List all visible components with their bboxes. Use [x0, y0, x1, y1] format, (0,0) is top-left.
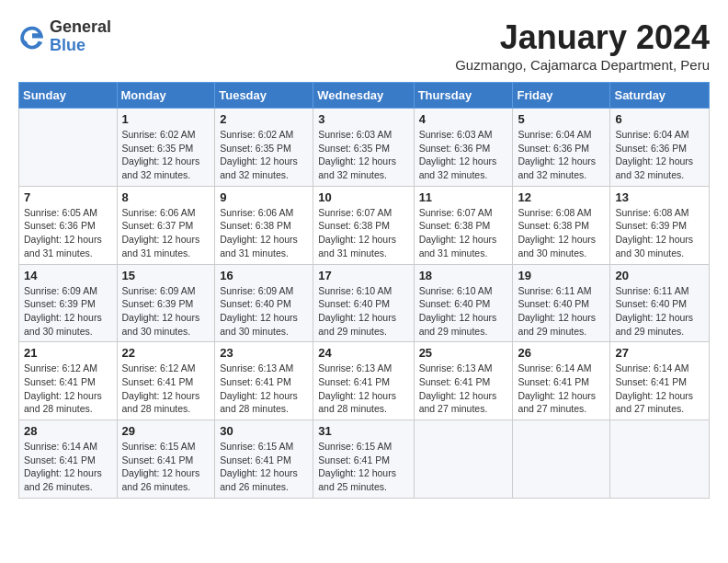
day-number: 1: [122, 112, 210, 126]
day-number: 24: [318, 346, 408, 360]
table-row: 9Sunrise: 6:06 AM Sunset: 6:38 PM Daylig…: [215, 186, 313, 264]
day-info: Sunrise: 6:14 AM Sunset: 6:41 PM Dayligh…: [615, 362, 704, 416]
day-number: 28: [24, 424, 112, 438]
day-number: 3: [318, 112, 408, 126]
day-number: 8: [122, 190, 210, 204]
day-number: 25: [419, 346, 508, 360]
weekday-header-row: Sunday Monday Tuesday Wednesday Thursday…: [19, 83, 710, 109]
day-number: 9: [220, 190, 308, 204]
table-row: 30Sunrise: 6:15 AM Sunset: 6:41 PM Dayli…: [215, 420, 313, 499]
table-row: 4Sunrise: 6:03 AM Sunset: 6:36 PM Daylig…: [414, 109, 513, 187]
calendar-week-row: 14Sunrise: 6:09 AM Sunset: 6:39 PM Dayli…: [19, 264, 710, 342]
day-info: Sunrise: 6:11 AM Sunset: 6:40 PM Dayligh…: [518, 284, 605, 339]
page-header: General Blue January 2024 Guzmango, Caja…: [18, 18, 710, 73]
table-row: 15Sunrise: 6:09 AM Sunset: 6:39 PM Dayli…: [117, 264, 215, 342]
calendar-week-row: 7Sunrise: 6:05 AM Sunset: 6:36 PM Daylig…: [19, 186, 710, 264]
calendar-week-row: 21Sunrise: 6:12 AM Sunset: 6:41 PM Dayli…: [19, 342, 710, 420]
table-row: 14Sunrise: 6:09 AM Sunset: 6:39 PM Dayli…: [19, 264, 118, 342]
table-row: 8Sunrise: 6:06 AM Sunset: 6:37 PM Daylig…: [117, 186, 215, 264]
day-info: Sunrise: 6:13 AM Sunset: 6:41 PM Dayligh…: [419, 362, 508, 416]
calendar-table: Sunday Monday Tuesday Wednesday Thursday…: [18, 82, 710, 499]
day-number: 20: [615, 269, 704, 282]
table-row: [513, 420, 610, 499]
table-row: 1Sunrise: 6:02 AM Sunset: 6:35 PM Daylig…: [117, 109, 215, 187]
day-info: Sunrise: 6:02 AM Sunset: 6:35 PM Dayligh…: [122, 128, 210, 182]
table-row: 5Sunrise: 6:04 AM Sunset: 6:36 PM Daylig…: [513, 109, 610, 187]
day-info: Sunrise: 6:04 AM Sunset: 6:36 PM Dayligh…: [518, 128, 605, 182]
day-info: Sunrise: 6:15 AM Sunset: 6:41 PM Dayligh…: [318, 440, 408, 494]
table-row: 28Sunrise: 6:14 AM Sunset: 6:41 PM Dayli…: [19, 420, 118, 499]
table-row: 7Sunrise: 6:05 AM Sunset: 6:36 PM Daylig…: [19, 186, 118, 264]
day-number: 6: [615, 112, 704, 126]
day-number: 15: [122, 269, 210, 282]
header-friday: Friday: [513, 83, 610, 109]
day-info: Sunrise: 6:06 AM Sunset: 6:37 PM Dayligh…: [122, 206, 210, 260]
day-info: Sunrise: 6:14 AM Sunset: 6:41 PM Dayligh…: [24, 440, 112, 494]
day-info: Sunrise: 6:12 AM Sunset: 6:41 PM Dayligh…: [24, 362, 112, 416]
day-number: 2: [220, 112, 308, 126]
header-thursday: Thursday: [414, 83, 513, 109]
day-number: 5: [518, 112, 605, 126]
table-row: 25Sunrise: 6:13 AM Sunset: 6:41 PM Dayli…: [414, 342, 513, 420]
day-info: Sunrise: 6:08 AM Sunset: 6:39 PM Dayligh…: [615, 206, 704, 260]
table-row: 17Sunrise: 6:10 AM Sunset: 6:40 PM Dayli…: [313, 264, 414, 342]
table-row: 12Sunrise: 6:08 AM Sunset: 6:38 PM Dayli…: [513, 186, 610, 264]
logo-general-text: General: [50, 18, 111, 37]
day-info: Sunrise: 6:02 AM Sunset: 6:35 PM Dayligh…: [220, 128, 308, 182]
day-info: Sunrise: 6:13 AM Sunset: 6:41 PM Dayligh…: [220, 362, 308, 416]
header-sunday: Sunday: [19, 83, 118, 109]
table-row: 27Sunrise: 6:14 AM Sunset: 6:41 PM Dayli…: [610, 342, 710, 420]
day-info: Sunrise: 6:03 AM Sunset: 6:36 PM Dayligh…: [419, 128, 508, 182]
day-number: 22: [122, 346, 210, 360]
day-number: 19: [518, 269, 605, 282]
month-title: January 2024: [455, 18, 710, 57]
day-number: 4: [419, 112, 508, 126]
table-row: 16Sunrise: 6:09 AM Sunset: 6:40 PM Dayli…: [215, 264, 313, 342]
day-info: Sunrise: 6:15 AM Sunset: 6:41 PM Dayligh…: [122, 440, 210, 494]
location-text: Guzmango, Cajamarca Department, Peru: [455, 57, 710, 73]
table-row: 3Sunrise: 6:03 AM Sunset: 6:35 PM Daylig…: [313, 109, 414, 187]
day-info: Sunrise: 6:13 AM Sunset: 6:41 PM Dayligh…: [318, 362, 408, 416]
day-info: Sunrise: 6:10 AM Sunset: 6:40 PM Dayligh…: [318, 284, 408, 339]
header-monday: Monday: [117, 83, 215, 109]
day-info: Sunrise: 6:12 AM Sunset: 6:41 PM Dayligh…: [122, 362, 210, 416]
day-number: 23: [220, 346, 308, 360]
table-row: [610, 420, 710, 499]
day-info: Sunrise: 6:09 AM Sunset: 6:40 PM Dayligh…: [220, 284, 308, 339]
day-info: Sunrise: 6:14 AM Sunset: 6:41 PM Dayligh…: [518, 362, 605, 416]
day-info: Sunrise: 6:07 AM Sunset: 6:38 PM Dayligh…: [318, 206, 408, 260]
table-row: 22Sunrise: 6:12 AM Sunset: 6:41 PM Dayli…: [117, 342, 215, 420]
day-info: Sunrise: 6:06 AM Sunset: 6:38 PM Dayligh…: [220, 206, 308, 260]
day-number: 16: [220, 269, 308, 282]
day-number: 13: [615, 190, 704, 204]
table-row: 10Sunrise: 6:07 AM Sunset: 6:38 PM Dayli…: [313, 186, 414, 264]
logo-icon: [18, 23, 46, 51]
day-info: Sunrise: 6:05 AM Sunset: 6:36 PM Dayligh…: [24, 206, 112, 260]
table-row: [19, 109, 118, 187]
logo-text: General Blue: [50, 18, 111, 55]
logo-blue-text: Blue: [50, 37, 111, 55]
table-row: 2Sunrise: 6:02 AM Sunset: 6:35 PM Daylig…: [215, 109, 313, 187]
table-row: 21Sunrise: 6:12 AM Sunset: 6:41 PM Dayli…: [19, 342, 118, 420]
logo: General Blue: [18, 18, 111, 55]
table-row: 26Sunrise: 6:14 AM Sunset: 6:41 PM Dayli…: [513, 342, 610, 420]
table-row: 31Sunrise: 6:15 AM Sunset: 6:41 PM Dayli…: [313, 420, 414, 499]
calendar-week-row: 28Sunrise: 6:14 AM Sunset: 6:41 PM Dayli…: [19, 420, 710, 499]
day-info: Sunrise: 6:11 AM Sunset: 6:40 PM Dayligh…: [615, 284, 704, 339]
day-number: 11: [419, 190, 508, 204]
table-row: 18Sunrise: 6:10 AM Sunset: 6:40 PM Dayli…: [414, 264, 513, 342]
day-number: 30: [220, 424, 308, 438]
table-row: [414, 420, 513, 499]
day-number: 17: [318, 269, 408, 282]
table-row: 29Sunrise: 6:15 AM Sunset: 6:41 PM Dayli…: [117, 420, 215, 499]
day-number: 14: [24, 269, 112, 282]
table-row: 19Sunrise: 6:11 AM Sunset: 6:40 PM Dayli…: [513, 264, 610, 342]
day-info: Sunrise: 6:10 AM Sunset: 6:40 PM Dayligh…: [419, 284, 508, 339]
day-number: 7: [24, 190, 112, 204]
day-number: 10: [318, 190, 408, 204]
table-row: 6Sunrise: 6:04 AM Sunset: 6:36 PM Daylig…: [610, 109, 710, 187]
day-info: Sunrise: 6:15 AM Sunset: 6:41 PM Dayligh…: [220, 440, 308, 494]
table-row: 24Sunrise: 6:13 AM Sunset: 6:41 PM Dayli…: [313, 342, 414, 420]
day-info: Sunrise: 6:07 AM Sunset: 6:38 PM Dayligh…: [419, 206, 508, 260]
day-info: Sunrise: 6:03 AM Sunset: 6:35 PM Dayligh…: [318, 128, 408, 182]
